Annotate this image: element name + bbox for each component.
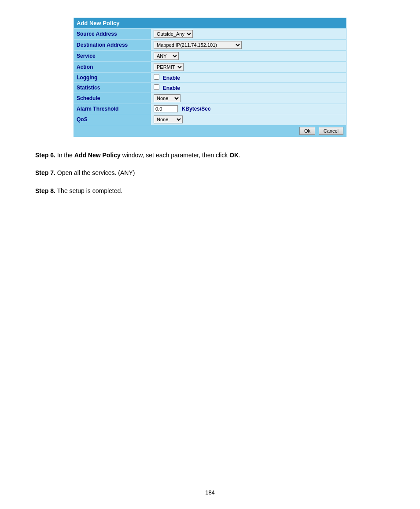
qos-select[interactable]: None Low Medium High [154,115,183,123]
policy-table: Add New Policy Source Address Outside_An… [74,18,346,137]
step-8-text: The setup is completed. [57,187,123,194]
source-address-label: Source Address [74,29,151,40]
table-header-row: Add New Policy [74,18,346,29]
schedule-value: None Always [151,93,346,104]
step-8: Step 8. The setup is completed. [35,186,385,196]
table-row: Action PERMIT DENY [74,62,346,73]
table-row: Alarm Threshold KBytes/Sec [74,104,346,114]
alarm-threshold-value: KBytes/Sec [151,104,346,114]
table-title: Add New Policy [74,18,346,29]
service-label: Service [74,51,151,62]
page-container: Add New Policy Source Address Outside_An… [0,0,420,509]
source-address-value: Outside_Any Any Inside_Any [151,29,346,40]
step-6-text: In the Add New Policy window, set each p… [57,152,240,159]
destination-address-value: Mapped IP(211.74.152.101) Any [151,40,346,51]
alarm-threshold-input[interactable] [154,105,178,112]
statistics-enable-label: Enable [163,85,180,91]
logging-enable-label: Enable [163,75,180,81]
step-7: Step 7. Open all the services. (ANY) [35,168,385,178]
table-row: Schedule None Always [74,93,346,104]
logging-label: Logging [74,73,151,83]
qos-value: None Low Medium High [151,114,346,125]
step-7-text: Open all the services. (ANY) [57,169,135,176]
source-address-select[interactable]: Outside_Any Any Inside_Any [154,30,193,38]
service-select[interactable]: ANY HTTP FTP SMTP [154,52,179,60]
table-footer-row: Ok Cancel [74,125,346,137]
alarm-threshold-label: Alarm Threshold [74,104,151,114]
service-value: ANY HTTP FTP SMTP [151,51,346,62]
table-row: Destination Address Mapped IP(211.74.152… [74,40,346,51]
action-value: PERMIT DENY [151,62,346,73]
footer-buttons-cell: Ok Cancel [74,125,346,137]
steps-section: Step 6. In the Add New Policy window, se… [35,150,385,196]
logging-checkbox[interactable] [154,74,159,80]
table-row: Service ANY HTTP FTP SMTP [74,51,346,62]
step-6-label: Step 6. [35,152,55,159]
step-6: Step 6. In the Add New Policy window, se… [35,150,385,160]
statistics-value: Enable [151,83,346,93]
statistics-checkbox[interactable] [154,84,159,90]
table-row: Logging Enable [74,73,346,83]
cancel-button[interactable]: Cancel [319,127,343,135]
action-select[interactable]: PERMIT DENY [154,63,184,71]
step-7-label: Step 7. [35,169,55,176]
ok-button[interactable]: Ok [299,127,315,135]
logging-value: Enable [151,73,346,83]
schedule-label: Schedule [74,93,151,104]
table-row: Source Address Outside_Any Any Inside_An… [74,29,346,40]
destination-address-label: Destination Address [74,40,151,51]
destination-address-select[interactable]: Mapped IP(211.74.152.101) Any [154,41,242,49]
page-number: 184 [205,489,215,496]
table-row: Statistics Enable [74,83,346,93]
qos-label: QoS [74,114,151,125]
action-label: Action [74,62,151,73]
kbytes-label: KBytes/Sec [182,106,211,112]
statistics-label: Statistics [74,83,151,93]
step-8-label: Step 8. [35,187,55,194]
policy-table-wrapper: Add New Policy Source Address Outside_An… [74,18,346,137]
schedule-select[interactable]: None Always [154,94,181,102]
table-row: QoS None Low Medium High [74,114,346,125]
